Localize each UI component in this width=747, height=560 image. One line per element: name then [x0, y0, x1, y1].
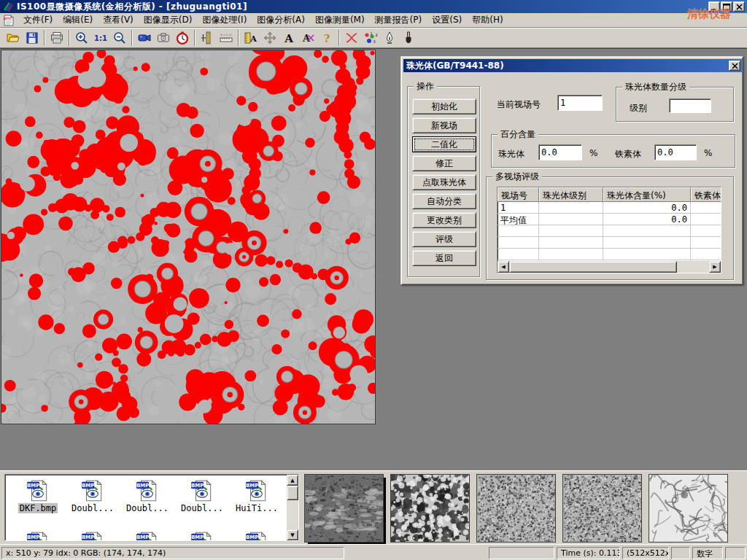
file-item-partial[interactable]: BMP: [66, 530, 120, 541]
menu-item-10[interactable]: 帮助(H): [467, 12, 508, 28]
file-item-partial[interactable]: BMP: [230, 530, 284, 541]
camera-button[interactable]: [154, 29, 173, 47]
micrograph-thumbnail-4[interactable]: [563, 475, 641, 542]
save-button[interactable]: [23, 29, 42, 47]
scrollbar-track[interactable]: [677, 261, 709, 273]
print-button[interactable]: [47, 29, 66, 47]
table-row-empty[interactable]: [498, 249, 721, 260]
table-row-empty[interactable]: [498, 237, 721, 249]
text-edit-button[interactable]: A: [298, 29, 317, 47]
micrograph-thumbnail-3[interactable]: [477, 475, 555, 542]
document-system-menu-icon[interactable]: DOC: [3, 15, 15, 26]
window-close-button[interactable]: [733, 1, 745, 12]
file-item-DKF.bmp[interactable]: BMPDKF.bmp: [11, 478, 65, 513]
menu-item-8[interactable]: 测量报告(P): [370, 12, 427, 28]
column-header-1[interactable]: 视场号: [498, 187, 539, 202]
current-view-input[interactable]: [557, 95, 603, 111]
file-item-partial[interactable]: BMP: [11, 530, 65, 541]
measure-text-button[interactable]: A: [241, 29, 260, 47]
operations-group: 操作 初始化新视场二值化修正点取珠光体自动分类更改类别评级返回: [407, 86, 480, 277]
column-header-4[interactable]: 铁素体含量(%): [691, 187, 721, 202]
op-button-8[interactable]: 评级: [412, 231, 476, 247]
brush-icon: [401, 31, 416, 45]
micrograph-thumbnail-5[interactable]: [649, 475, 727, 542]
column-header-2[interactable]: 珠光体级别: [539, 187, 603, 202]
move-cross-icon: [263, 31, 277, 45]
scrollbar-thumb[interactable]: [509, 261, 677, 273]
menu-item-1[interactable]: 文件(F): [18, 12, 58, 28]
video-camera-button[interactable]: [135, 29, 154, 47]
menu-item-6[interactable]: 图像分析(A): [252, 12, 310, 28]
rating-table: 视场号珠光体级别珠光体含量(%)铁素体含量(%) 10.0平均值0.0 ◀ ▶: [497, 187, 721, 273]
op-button-3[interactable]: 二值化: [412, 136, 476, 152]
pen-button[interactable]: [380, 29, 399, 47]
zoom-out-button[interactable]: [110, 29, 129, 47]
svg-text:A: A: [249, 34, 257, 44]
actual-size-icon: 1:1: [93, 31, 108, 45]
menu-item-3[interactable]: 查看(V): [98, 12, 139, 28]
table-cell: 平均值: [498, 214, 539, 225]
bmp-file-icon: BMP: [175, 530, 229, 541]
caliper-button[interactable]: [198, 29, 217, 47]
menu-item-2[interactable]: 编辑(E): [58, 12, 98, 28]
curve-delete-button[interactable]: [342, 29, 361, 47]
scrollbar-thumb[interactable]: [287, 486, 298, 500]
op-button-1[interactable]: 初始化: [412, 98, 476, 114]
micrograph-thumbnail-1[interactable]: [305, 475, 383, 542]
elapsed-time-readout: Time (s): 0.113: [557, 547, 620, 559]
ruler-button[interactable]: [217, 29, 236, 47]
scroll-down-button[interactable]: ▼: [287, 529, 298, 540]
scroll-up-button[interactable]: ▲: [287, 475, 298, 486]
dialog-titlebar[interactable]: 珠光体(GB/T9441-88): [403, 59, 742, 72]
table-cell: 0.0: [603, 214, 691, 225]
file-item-Doubl...[interactable]: BMPDoubl...: [175, 478, 229, 513]
ferrite-pct-label: 铁素体: [615, 148, 641, 160]
micrograph-thumbnail-2[interactable]: [391, 475, 469, 542]
pearlite-pct-unit: %: [589, 148, 597, 158]
pearlite-pct-input[interactable]: [538, 144, 582, 160]
op-button-5[interactable]: 点取珠光体: [412, 174, 476, 190]
ferrite-pct-input[interactable]: [654, 144, 697, 160]
file-item-partial[interactable]: BMP: [120, 530, 174, 541]
op-button-9[interactable]: 返回: [412, 250, 476, 266]
video-camera-icon: [137, 31, 152, 45]
move-cross-button[interactable]: [260, 29, 279, 47]
op-button-7[interactable]: 更改类别: [412, 212, 476, 228]
menu-item-5[interactable]: 图像处理(I): [197, 12, 252, 28]
help-button[interactable]: ?: [317, 29, 336, 47]
micrograph-image-binarized[interactable]: [1, 50, 375, 424]
table-cell: [691, 237, 721, 249]
table-row[interactable]: 平均值0.0: [498, 214, 721, 225]
zoom-in-icon: [74, 31, 89, 45]
window-titlebar[interactable]: IS100显微摄像系统(金相分析版) - [zhuguangti01]: [0, 0, 747, 13]
file-item-partial[interactable]: BMP: [175, 530, 229, 541]
menu-item-4[interactable]: 图像显示(D): [139, 12, 198, 28]
table-row[interactable]: 10.0: [498, 202, 721, 214]
op-button-6[interactable]: 自动分类: [412, 193, 476, 209]
dialog-close-button[interactable]: [729, 61, 740, 71]
file-item-HuiTi...[interactable]: BMPHuiTi...: [230, 478, 284, 513]
menu-item-7[interactable]: 图像测量(M): [310, 12, 370, 28]
count-points-button[interactable]: 123: [361, 29, 380, 47]
brush-button[interactable]: [399, 29, 418, 47]
scroll-left-button[interactable]: ◀: [498, 261, 509, 273]
table-row-empty[interactable]: [498, 225, 721, 237]
menu-item-9[interactable]: 设置(S): [427, 12, 467, 28]
grade-level-input[interactable]: [669, 98, 711, 113]
op-button-2[interactable]: 新视场: [412, 117, 476, 133]
scroll-right-button[interactable]: ▶: [709, 261, 721, 273]
file-item-Doubl...[interactable]: BMPDoubl...: [66, 478, 120, 513]
open-folder-button[interactable]: [4, 29, 23, 47]
status-panel-empty-1: [489, 547, 554, 559]
text-label-button[interactable]: A: [279, 29, 298, 47]
op-button-4[interactable]: 修正: [412, 155, 476, 171]
file-item-Doubl...[interactable]: BMPDoubl...: [120, 478, 174, 513]
bmp-file-icon: BMP: [230, 530, 284, 541]
column-header-3[interactable]: 珠光体含量(%): [603, 187, 691, 202]
actual-size-button[interactable]: 1:1: [91, 29, 110, 47]
timer-button[interactable]: [173, 29, 192, 47]
pearlite-dialog: 珠光体(GB/T9441-88) 操作 初始化新视场二值化修正点取珠光体自动分类…: [400, 56, 743, 285]
zoom-in-button[interactable]: [72, 29, 91, 47]
scrollbar-track[interactable]: [287, 500, 298, 529]
svg-text:BMP: BMP: [136, 534, 149, 540]
